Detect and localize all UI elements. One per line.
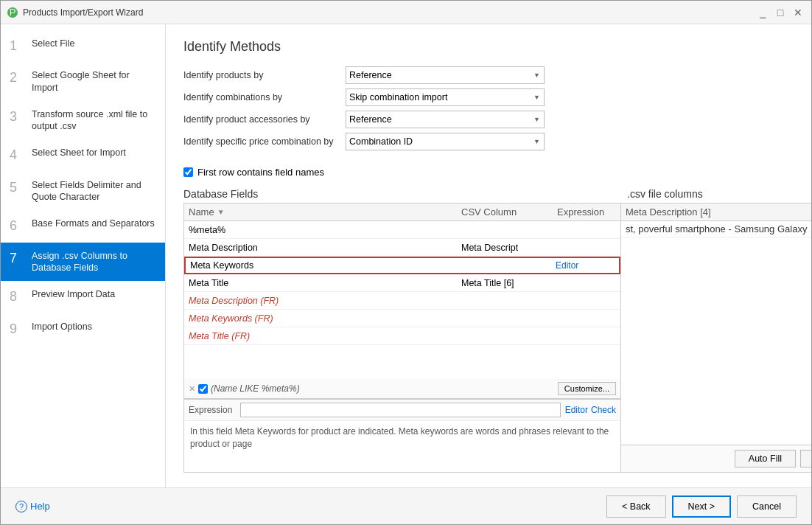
table-row[interactable]: Meta Description Meta Descript xyxy=(184,239,620,257)
csv-panel: Meta Description [4] Meta Keywords [5] s… xyxy=(621,203,811,473)
csv-data-cell-1: st, poverful smartphone - Samsung Galaxy… xyxy=(621,221,811,237)
first-row-checkbox[interactable] xyxy=(183,167,193,177)
identify-row-accessories: Identify product accessories by Referenc… xyxy=(183,111,794,128)
expression-input[interactable] xyxy=(240,403,561,417)
csv-table-header: Meta Description [4] Meta Keywords [5] xyxy=(621,204,811,221)
sidebar-item-delimiter[interactable]: 5 Select Fields Delimiter and Quote Char… xyxy=(1,172,165,211)
help-link[interactable]: ? Help xyxy=(15,501,50,512)
panels-row: Name ▼ CSV Column Expression % xyxy=(183,203,794,473)
identify-label: Identify specific price combination by xyxy=(183,136,346,147)
meta-keywords-row[interactable]: Meta Keywords Editor xyxy=(184,257,620,274)
sidebar-item-label: Base Formats and Separators xyxy=(32,218,155,229)
identify-price-select-wrapper: Combination ID xyxy=(346,133,545,150)
identify-row-price: Identify specific price combination by C… xyxy=(183,133,794,150)
col-name-header: Name ▼ xyxy=(189,206,461,218)
predefined-button[interactable]: Predefined xyxy=(800,450,811,467)
app-icon: P xyxy=(7,7,18,18)
customize-button[interactable]: Customize... xyxy=(558,382,616,395)
first-row-checkbox-row: First row contains field names xyxy=(183,167,794,178)
sidebar-item-preview[interactable]: 8 Preview Import Data xyxy=(1,281,165,313)
sidebar-item-import-options[interactable]: 9 Import Options xyxy=(1,313,165,345)
identify-label: Identify product accessories by xyxy=(183,114,346,125)
footer: ? Help < Back Next > Cancel xyxy=(1,487,811,524)
identify-accessories-select[interactable]: Reference xyxy=(346,111,545,128)
identify-label: Identify products by xyxy=(183,70,346,80)
sidebar-item-select-file[interactable]: 1 Select File xyxy=(1,30,165,62)
expression-editor-button[interactable]: Editor xyxy=(565,405,588,415)
cell-name: Meta Keywords (FR) xyxy=(189,313,461,324)
identify-combinations-select[interactable]: Skip combination import xyxy=(346,88,545,106)
sidebar-item-label: Preview Import Data xyxy=(32,288,115,300)
sidebar-item-base-formats[interactable]: 6 Base Formats and Separators xyxy=(1,210,165,242)
step-number: 6 xyxy=(10,218,24,234)
expression-check-button[interactable]: Check xyxy=(591,405,616,415)
identify-row-combinations: Identify combinations by Skip combinatio… xyxy=(183,88,794,106)
expression-row: Expression Editor Check xyxy=(184,399,620,420)
close-button[interactable]: ✕ xyxy=(791,5,805,20)
table-row[interactable]: Meta Description (FR) xyxy=(184,292,620,310)
sidebar-item-google-sheet[interactable]: 2 Select Google Sheet for Import xyxy=(1,62,165,101)
minimize-button[interactable]: ⎯ xyxy=(755,5,770,20)
table-row[interactable]: %meta% xyxy=(184,221,620,239)
sidebar-item-label: Transform source .xml file to output .cs… xyxy=(32,108,156,133)
cell-name: Meta Title (FR) xyxy=(189,331,461,341)
step-number: 2 xyxy=(10,69,24,86)
sidebar-item-assign-columns[interactable]: 7 Assign .csv Columns to Database Fields xyxy=(1,243,165,282)
csv-action-buttons: Auto Fill Predefined Clear xyxy=(621,445,811,472)
db-panel: Name ▼ CSV Column Expression % xyxy=(183,203,621,473)
main-content: 1 Select File 2 Select Google Sheet for … xyxy=(1,24,811,487)
sidebar-item-label: Assign .csv Columns to Database Fields xyxy=(32,250,156,274)
cell-csv: Meta Title [6] xyxy=(461,278,557,288)
identify-price-select[interactable]: Combination ID xyxy=(346,133,545,150)
cell-name: Meta Keywords xyxy=(190,260,460,271)
cell-csv: Meta Descript xyxy=(461,243,557,253)
page-title: Identify Methods xyxy=(183,39,794,55)
filter-checkbox[interactable] xyxy=(198,384,208,394)
cell-name: Meta Description xyxy=(189,243,461,253)
table-row[interactable]: Meta Keywords (FR) xyxy=(184,310,620,327)
sidebar-item-transform[interactable]: 3 Transform source .xml file to output .… xyxy=(1,101,165,140)
sidebar-item-label: Select Sheet for Import xyxy=(32,147,126,159)
identify-accessories-select-wrapper: Reference xyxy=(346,111,545,128)
filter-text: (Name LIKE %meta%) xyxy=(211,383,558,394)
next-button[interactable]: Next > xyxy=(672,496,731,518)
db-table-body: %meta% Meta Description Meta Descript xyxy=(184,221,620,379)
help-label: Help xyxy=(30,501,50,512)
back-button[interactable]: < Back xyxy=(606,496,666,518)
sidebar: 1 Select File 2 Select Google Sheet for … xyxy=(1,24,166,487)
identify-products-select[interactable]: Reference xyxy=(346,66,545,84)
cell-expr: Editor xyxy=(556,260,615,271)
db-table-header: Name ▼ CSV Column Expression xyxy=(184,204,620,221)
editor-button[interactable]: Editor xyxy=(556,260,578,271)
col-expr-header: Expression xyxy=(557,206,616,218)
sidebar-item-label: Select Google Sheet for Import xyxy=(32,69,156,94)
filter-row: ✕ (Name LIKE %meta%) Customize... xyxy=(184,379,620,399)
identify-row-products: Identify products by Reference xyxy=(183,66,794,84)
csv-panel-title: .csv file columns xyxy=(627,185,703,204)
identify-label: Identify combinations by xyxy=(183,92,346,102)
sidebar-item-select-sheet[interactable]: 4 Select Sheet for Import xyxy=(1,139,165,171)
step-number: 8 xyxy=(10,288,24,305)
table-row[interactable]: Meta Title (FR) xyxy=(184,327,620,345)
filter-clear-icon[interactable]: ✕ xyxy=(189,384,195,394)
maximize-button[interactable]: □ xyxy=(773,5,788,20)
help-icon: ? xyxy=(15,501,27,512)
identify-combinations-select-wrapper: Skip combination import xyxy=(346,88,545,106)
step-number: 7 xyxy=(10,250,24,267)
sidebar-item-label: Select File xyxy=(32,38,74,49)
cancel-button[interactable]: Cancel xyxy=(737,496,797,518)
csv-data-row: st, poverful smartphone - Samsung Galaxy… xyxy=(621,221,811,237)
col-csv-header: CSV Column xyxy=(461,206,557,218)
identify-products-select-wrapper: Reference xyxy=(346,66,545,84)
identify-section: Identify products by Reference Identify … xyxy=(183,66,794,155)
table-row[interactable]: Meta Title Meta Title [6] xyxy=(184,274,620,292)
svg-text:P: P xyxy=(10,7,16,18)
auto-fill-button[interactable]: Auto Fill xyxy=(735,450,796,467)
main-window: P Products Import/Export Wizard ⎯ □ ✕ 1 … xyxy=(0,0,812,525)
cell-name: Meta Description (FR) xyxy=(189,296,461,306)
footer-buttons: < Back Next > Cancel xyxy=(606,496,797,518)
window-title: Products Import/Export Wizard xyxy=(23,7,755,18)
step-number: 4 xyxy=(10,147,24,164)
meta-keywords-input[interactable] xyxy=(460,260,556,271)
window-controls: ⎯ □ ✕ xyxy=(755,5,805,20)
